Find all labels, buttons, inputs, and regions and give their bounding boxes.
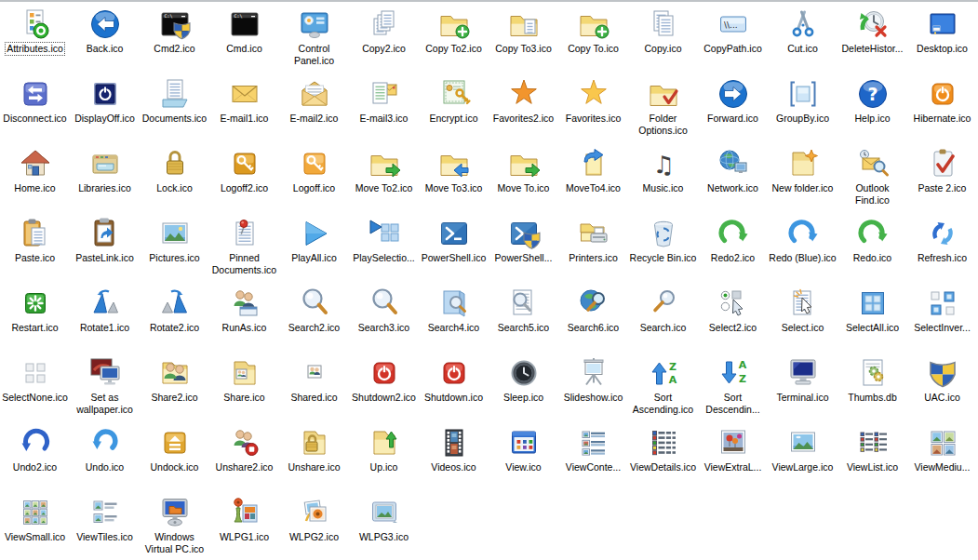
file-undo2[interactable]: Undo2.ico bbox=[0, 421, 70, 491]
file-uac[interactable]: UAC.ico bbox=[907, 352, 977, 421]
file-groupby[interactable]: GroupBy.ico bbox=[768, 73, 837, 142]
file-thumbs[interactable]: Thumbs.db bbox=[837, 352, 907, 421]
file-viewdetails[interactable]: ViewDetails.ico bbox=[628, 421, 698, 491]
file-desktop[interactable]: Desktop.ico bbox=[907, 3, 977, 73]
file-view[interactable]: View.ico bbox=[489, 421, 558, 491]
file-copy2[interactable]: Copy2.ico bbox=[349, 3, 419, 73]
file-hibernate[interactable]: Hibernate.ico bbox=[907, 73, 977, 142]
file-outlook-find[interactable]: Outlook Find.ico bbox=[837, 142, 907, 212]
file-cmd[interactable]: C:\Cmd.ico bbox=[209, 3, 279, 73]
file-new-folder[interactable]: New folder.ico bbox=[768, 142, 837, 212]
file-select[interactable]: Select.ico bbox=[768, 282, 837, 352]
file-viewmediu[interactable]: ViewMediu... bbox=[907, 421, 977, 491]
file-moveto4[interactable]: MoveTo4.ico bbox=[558, 142, 628, 212]
file-lock[interactable]: Lock.ico bbox=[140, 142, 209, 212]
file-set-as-wallpaper[interactable]: Set as wallpaper.ico bbox=[70, 352, 140, 421]
file-redo-blue[interactable]: Redo (Blue).ico bbox=[768, 212, 837, 282]
file-documents[interactable]: Documents.ico bbox=[140, 73, 209, 142]
file-up[interactable]: Up.ico bbox=[349, 421, 419, 491]
file-powershell[interactable]: PowerShell... bbox=[489, 212, 558, 282]
file-disconnect[interactable]: Disconnect.ico bbox=[0, 73, 70, 142]
file-runas[interactable]: RunAs.ico bbox=[209, 282, 279, 352]
file-wlpg2[interactable]: WLPG2.ico bbox=[279, 491, 349, 560]
file-powershell[interactable]: PowerShell.ico bbox=[419, 212, 489, 282]
file-wlpg1[interactable]: WLPG1.ico bbox=[209, 491, 279, 560]
file-playselectio[interactable]: PlaySelectio... bbox=[349, 212, 419, 282]
file-network[interactable]: Network.ico bbox=[698, 142, 768, 212]
file-deletehistor[interactable]: DeleteHistor... bbox=[837, 3, 907, 73]
file-move-to2[interactable]: Move To2.ico bbox=[349, 142, 419, 212]
file-music[interactable]: ♫Music.ico bbox=[628, 142, 698, 212]
file-rotate2[interactable]: Rotate2.ico bbox=[140, 282, 209, 352]
file-search4[interactable]: Search4.ico bbox=[419, 282, 489, 352]
file-viewsmall[interactable]: ViewSmall.ico bbox=[0, 491, 70, 560]
file-videos[interactable]: Videos.ico bbox=[419, 421, 489, 491]
file-printers[interactable]: Printers.ico bbox=[558, 212, 628, 282]
file-unshare[interactable]: Unshare.ico bbox=[279, 421, 349, 491]
file-rotate1[interactable]: Rotate1.ico bbox=[70, 282, 140, 352]
file-attributes[interactable]: Attributes.ico bbox=[0, 3, 70, 73]
file-pictures[interactable]: Pictures.ico bbox=[140, 212, 209, 282]
file-terminal[interactable]: Terminal.ico bbox=[768, 352, 837, 421]
file-logoff2[interactable]: Logoff2.ico bbox=[209, 142, 279, 212]
file-copypath[interactable]: \\...CopyPath.ico bbox=[698, 3, 768, 73]
file-viewconte[interactable]: ViewConte... bbox=[558, 421, 628, 491]
file-undo[interactable]: Undo.ico bbox=[70, 421, 140, 491]
file-search[interactable]: Search.ico bbox=[628, 282, 698, 352]
file-favorites[interactable]: Favorites.ico bbox=[558, 73, 628, 142]
file-redo2[interactable]: Redo2.ico bbox=[698, 212, 768, 282]
file-search6[interactable]: Search6.ico bbox=[558, 282, 628, 352]
file-slideshow[interactable]: Slideshow.ico bbox=[558, 352, 628, 421]
file-logoff[interactable]: Logoff.ico bbox=[279, 142, 349, 212]
file-sleep[interactable]: Sleep.ico bbox=[489, 352, 558, 421]
file-windows-virtual-pc[interactable]: Windows Virtual PC.ico bbox=[140, 491, 209, 560]
file-search2[interactable]: Search2.ico bbox=[279, 282, 349, 352]
file-control-panel[interactable]: Control Panel.ico bbox=[279, 3, 349, 73]
file-back[interactable]: Back.ico bbox=[70, 3, 140, 73]
file-help[interactable]: ?Help.ico bbox=[837, 73, 907, 142]
file-playall[interactable]: PlayAll.ico bbox=[279, 212, 349, 282]
file-libraries[interactable]: Libraries.ico bbox=[70, 142, 140, 212]
file-shutdown[interactable]: Shutdown.ico bbox=[419, 352, 489, 421]
file-folder-options[interactable]: Folder Options.ico bbox=[628, 73, 698, 142]
file-pastelink[interactable]: PasteLink.ico bbox=[70, 212, 140, 282]
file-refresh[interactable]: Refresh.ico bbox=[907, 212, 977, 282]
file-forward[interactable]: Forward.ico bbox=[698, 73, 768, 142]
file-share[interactable]: Share.ico bbox=[209, 352, 279, 421]
file-copy-to2[interactable]: Copy To2.ico bbox=[419, 3, 489, 73]
file-copy[interactable]: Copy.ico bbox=[628, 3, 698, 73]
file-e-mail2[interactable]: E-mail2.ico bbox=[279, 73, 349, 142]
file-e-mail1[interactable]: E-mail1.ico bbox=[209, 73, 279, 142]
file-viewextral[interactable]: ViewExtraL... bbox=[698, 421, 768, 491]
file-copy-to[interactable]: Copy To.ico bbox=[558, 3, 628, 73]
file-viewlarge[interactable]: ViewLarge.ico bbox=[768, 421, 837, 491]
file-paste-2[interactable]: Paste 2.ico bbox=[907, 142, 977, 212]
file-undock[interactable]: Undock.ico bbox=[140, 421, 209, 491]
file-viewlist[interactable]: ViewList.ico bbox=[837, 421, 907, 491]
file-selectinver[interactable]: SelectInver... bbox=[907, 282, 977, 352]
file-shared[interactable]: Shared.ico bbox=[279, 352, 349, 421]
file-move-to[interactable]: Move To.ico bbox=[489, 142, 558, 212]
file-sort-ascending[interactable]: ZASort Ascending.ico bbox=[628, 352, 698, 421]
file-redo[interactable]: Redo.ico bbox=[837, 212, 907, 282]
file-restart[interactable]: Restart.ico bbox=[0, 282, 70, 352]
file-search5[interactable]: Search5.ico bbox=[489, 282, 558, 352]
file-wlpg3[interactable]: WLPG3.ico bbox=[349, 491, 419, 560]
file-unshare2[interactable]: Unshare2.ico bbox=[209, 421, 279, 491]
file-move-to3[interactable]: Move To3.ico bbox=[419, 142, 489, 212]
file-favorites2[interactable]: Favorites2.ico bbox=[489, 73, 558, 142]
file-encrypt[interactable]: Encrypt.ico bbox=[419, 73, 489, 142]
file-copy-to3[interactable]: Copy To3.ico bbox=[489, 3, 558, 73]
file-paste[interactable]: Paste.ico bbox=[0, 212, 70, 282]
file-e-mail3[interactable]: E-mail3.ico bbox=[349, 73, 419, 142]
file-search3[interactable]: Search3.ico bbox=[349, 282, 419, 352]
file-select2[interactable]: Select2.ico bbox=[698, 282, 768, 352]
file-pinned-documents[interactable]: Pinned Documents.ico bbox=[209, 212, 279, 282]
file-shutdown2[interactable]: Shutdown2.ico bbox=[349, 352, 419, 421]
file-displayoff[interactable]: DisplayOff.ico bbox=[70, 73, 140, 142]
file-selectnone[interactable]: SelectNone.ico bbox=[0, 352, 70, 421]
file-sort-descendin[interactable]: AZSort Descendin... bbox=[698, 352, 768, 421]
file-selectall[interactable]: SelectAll.ico bbox=[837, 282, 907, 352]
file-home[interactable]: Home.ico bbox=[0, 142, 70, 212]
file-share2[interactable]: Share2.ico bbox=[140, 352, 209, 421]
